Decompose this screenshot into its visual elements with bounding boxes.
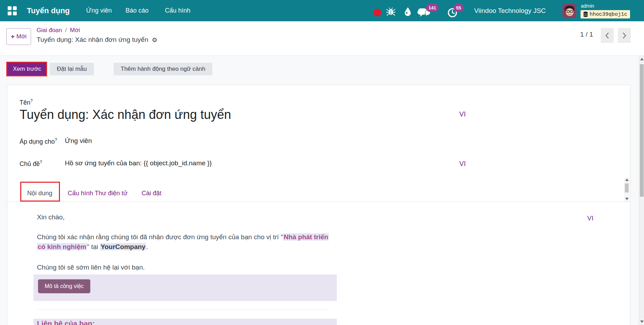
menu-bao-cao[interactable]: Báo cáo [126, 0, 149, 21]
apps-grid-icon[interactable] [8, 0, 17, 21]
email-paragraph-text: Chúng tôi xác nhận rằng chúng tôi đã nhậ… [37, 233, 283, 241]
editor-scrollbar[interactable] [624, 177, 629, 202]
job-description-button[interactable]: Mô tả công việc [38, 279, 90, 293]
scroll-down-arrow-icon[interactable] [640, 320, 644, 323]
recording-dot-icon[interactable] [373, 9, 381, 16]
pager-count: 1 / 1 [580, 31, 593, 38]
new-record-label: Mới [16, 33, 26, 40]
tab-cai-dat[interactable]: Cài đặt [142, 190, 161, 197]
company-name[interactable]: Viindoo Technology JSC [474, 0, 546, 21]
email-followup: Chúng tôi sẽ sớm liên hệ lại với bạn. [37, 264, 145, 271]
database-icon [583, 12, 588, 17]
editor-scrollbar-thumb[interactable] [625, 183, 629, 192]
pager-next-button[interactable] [618, 28, 631, 43]
user-avatar[interactable] [562, 4, 576, 18]
app-name[interactable]: Tuyển dụng [27, 0, 70, 21]
subject-language-badge[interactable]: VI [459, 160, 466, 168]
breadcrumb-separator: / [65, 27, 67, 34]
reset-template-button[interactable]: Đặt lại mẫu [50, 63, 94, 75]
apps-grid-glyph [8, 6, 17, 15]
activities-count-badge[interactable]: 55 [454, 4, 463, 12]
name-language-badge[interactable]: VI [459, 110, 466, 118]
subject-field-label: Chủ đề? [20, 160, 42, 168]
contact-heading: Liên hệ của bạn: [37, 319, 95, 325]
body-language-badge[interactable]: VI [587, 214, 593, 222]
plus-icon: + [11, 33, 15, 40]
subject-value[interactable]: Hồ sơ ứng tuyển của bạn: {{ object.job_i… [65, 159, 212, 167]
tab-noi-dung[interactable]: Nội dung [27, 190, 52, 197]
record-title-row: Tuyển dụng: Xác nhận đơn ứng tuyển ⚙ [37, 36, 157, 44]
top-navbar: Tuyển dụng Ứng viên Báo cáo Cấu hình [0, 0, 644, 21]
email-divider [37, 309, 330, 310]
help-marker: ? [30, 98, 33, 103]
database-name: hhoc39qboj1c [590, 12, 627, 17]
preview-button[interactable]: Xem trước [7, 63, 47, 75]
page-scrollbar-thumb[interactable] [640, 64, 644, 197]
job-position-highlight: Nhà phát triển [283, 233, 329, 241]
company-highlight: YourCompany [100, 243, 146, 250]
email-paragraph-line2: có kinh nghiệm" tại YourCompany. [37, 242, 148, 252]
tab-cau-hinh-thu-dien-tu[interactable]: Cấu hình Thư điện tử [68, 190, 128, 197]
bug-icon[interactable] [386, 7, 395, 16]
scroll-up-arrow-icon[interactable] [625, 179, 629, 181]
menu-ung-vien[interactable]: Ứng viên [86, 0, 112, 21]
breadcrumb-parent-link[interactable]: Giai đoạn [37, 27, 62, 34]
scroll-down-arrow-icon[interactable] [625, 198, 629, 200]
database-badge[interactable]: hhoc39qboj1c [581, 10, 630, 18]
help-marker: ? [55, 137, 57, 142]
tab-divider [7, 202, 630, 202]
breadcrumb-current-link[interactable]: Mới [70, 27, 80, 34]
droplet-icon[interactable] [404, 7, 412, 16]
email-paragraph-text: . [146, 243, 148, 250]
name-field-label: Tên? [20, 98, 33, 106]
gear-icon[interactable]: ⚙ [152, 36, 157, 44]
form-sheet: Tên? Tuyển dụng: Xác nhận đơn ứng tuyển … [7, 85, 630, 325]
pager-previous-button[interactable] [601, 28, 614, 43]
control-panel: + Mới Giai đoạn / Mới Tuyển dụng: Xác nh… [0, 21, 644, 56]
contact-strip: Liên hệ của bạn: [33, 319, 337, 325]
breadcrumb: Giai đoạn / Mới [37, 27, 80, 34]
job-position-highlight: có kinh nghiệm [37, 243, 87, 250]
template-name-value[interactable]: Tuyển dụng: Xác nhận đơn ứng tuyển [20, 107, 231, 122]
email-greeting: Xin chào, [37, 213, 65, 221]
username-label: admin [581, 3, 594, 9]
chevron-right-icon [622, 32, 627, 39]
add-context-action-button[interactable]: Thêm hành động theo ngữ cảnh [114, 63, 212, 75]
page-scrollbar[interactable] [639, 56, 644, 325]
applies-value[interactable]: Ứng viên [65, 137, 92, 145]
email-paragraph-line1: Chúng tôi xác nhận rằng chúng tôi đã nhậ… [37, 232, 329, 242]
job-button-banner: Mô tả công việc [33, 274, 337, 301]
scroll-up-arrow-icon[interactable] [640, 58, 644, 60]
name-label-text: Tên [20, 99, 30, 106]
record-title: Tuyển dụng: Xác nhận đơn ứng tuyển [37, 36, 148, 44]
email-paragraph-text: " tại [87, 243, 100, 250]
new-record-button[interactable]: + Mới [6, 28, 31, 45]
subject-label-text: Chủ đề [20, 160, 40, 167]
help-marker: ? [40, 160, 42, 165]
applies-label-text: Áp dụng cho [20, 138, 55, 145]
chevron-left-icon [605, 32, 609, 39]
messages-count-badge[interactable]: 141 [426, 4, 439, 12]
menu-cau-hinh[interactable]: Cấu hình [165, 0, 190, 21]
applies-field-label: Áp dụng cho? [20, 137, 57, 145]
